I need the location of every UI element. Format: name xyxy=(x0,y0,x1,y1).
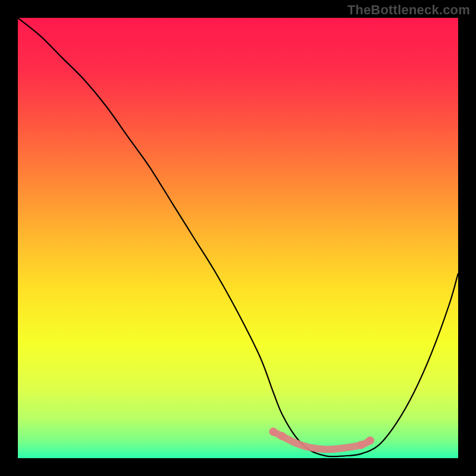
watermark-text: TheBottleneck.com xyxy=(347,2,470,18)
highlight-dot xyxy=(357,441,365,449)
highlight-dot xyxy=(269,428,277,436)
chart-frame: TheBottleneck.com xyxy=(0,0,476,476)
highlight-dot xyxy=(366,436,374,444)
plot-area xyxy=(18,18,458,458)
highlight-dot xyxy=(278,432,286,440)
gradient-background xyxy=(18,18,458,458)
bottleneck-chart xyxy=(18,18,458,458)
